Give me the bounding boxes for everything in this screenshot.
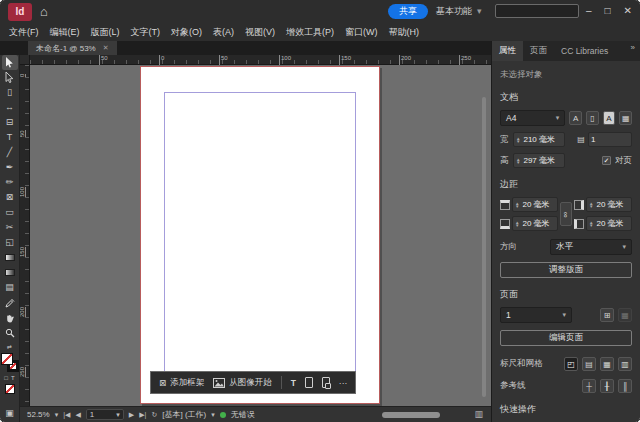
rectangle-frame-tool[interactable]: ⊠ [2, 190, 18, 205]
vertical-ruler[interactable]: 0 50 100 150 200 250 [20, 65, 30, 406]
stepper-icon[interactable]: ▲▼ [515, 202, 519, 208]
search-input[interactable] [495, 4, 579, 18]
menu-view[interactable]: 视图(V) [245, 26, 275, 39]
add-page-button[interactable]: ⊞ [600, 308, 614, 322]
menu-layout[interactable]: 版面(L) [91, 26, 120, 39]
vertical-scrollbar[interactable] [482, 97, 486, 397]
add-frame-button[interactable]: ⊠ 添加框架 [159, 377, 204, 389]
tab-cc-libraries[interactable]: CC Libraries [554, 41, 615, 61]
menu-help[interactable]: 帮助(H) [389, 26, 420, 39]
stepper-icon[interactable]: ▲▼ [516, 137, 520, 143]
frame-grid-button[interactable]: ▥ [618, 357, 632, 371]
more-options-button[interactable]: ··· [339, 378, 348, 388]
margin-outside-field[interactable]: ▲▼ 20 毫米 [586, 197, 632, 212]
horizontal-ruler[interactable]: 50 0 50 100 150 200 250 [30, 55, 491, 65]
selection-tool[interactable] [2, 55, 18, 70]
page-count-field[interactable]: 1 [588, 132, 632, 147]
menu-edit[interactable]: 编辑(E) [50, 26, 80, 39]
zoom-level[interactable]: 52.5% [27, 410, 50, 419]
edit-pages-button[interactable]: 编辑页面 [500, 330, 632, 346]
tab-close-icon[interactable]: ✕ [103, 44, 109, 52]
margin-inside-field[interactable]: ▲▼ 20 毫米 [586, 216, 632, 231]
link-margins-button[interactable]: ∞ [560, 202, 572, 226]
line-tool[interactable]: ╱ [2, 145, 18, 160]
direct-selection-tool[interactable] [2, 70, 18, 85]
new-page-icon[interactable] [305, 377, 313, 388]
rectangle-tool[interactable]: ▭ [2, 205, 18, 220]
screen-mode-button[interactable]: ▣ [5, 408, 14, 418]
menu-type[interactable]: 文字(T) [131, 26, 161, 39]
minimize-button[interactable]: – [586, 0, 592, 22]
direction-select[interactable]: 水平▾ [550, 239, 632, 255]
zoom-chevron-icon[interactable]: ▾ [55, 411, 59, 419]
start-from-image-button[interactable]: 从图像开始 [213, 377, 272, 389]
writing-direction-button[interactable]: A [603, 111, 616, 125]
maximize-button[interactable]: □ [605, 0, 611, 22]
document-grid-button[interactable]: ▦ [600, 357, 614, 371]
type-tool[interactable]: T [2, 130, 18, 145]
hand-tool[interactable] [2, 310, 18, 325]
facing-pages-checkbox[interactable]: ✓ [602, 156, 611, 165]
menu-object[interactable]: 对象(O) [171, 26, 202, 39]
last-page-button[interactable]: ▶| [139, 411, 146, 419]
width-field[interactable]: ▲▼ 210 毫米 [513, 132, 565, 147]
show-guides-button[interactable]: ┼ [582, 379, 596, 393]
page-edit-icon[interactable] [322, 377, 330, 388]
page-size-select[interactable]: A4▾ [500, 110, 565, 126]
free-transform-tool[interactable]: ◱ [2, 235, 18, 250]
margin-top-field[interactable]: ▲▼ 20 毫米 [512, 197, 558, 212]
workspace-switcher[interactable]: 基本功能▾ [436, 4, 482, 19]
stepper-icon[interactable]: ▲▼ [515, 221, 519, 227]
preflight-chevron-icon[interactable]: ▾ [211, 411, 215, 419]
ruler-corner[interactable] [20, 55, 30, 65]
menu-table[interactable]: 表(A) [213, 26, 234, 39]
apply-none-swatch[interactable] [5, 384, 15, 394]
stepper-icon[interactable]: ▲▼ [589, 202, 593, 208]
gradient-tool[interactable] [2, 250, 18, 265]
portrait-orientation-button[interactable]: A [569, 111, 582, 125]
prev-page-button[interactable]: ◀ [75, 411, 80, 419]
gradient-feather-tool[interactable] [2, 265, 18, 280]
menu-file[interactable]: 文件(F) [9, 26, 39, 39]
type-tool-button[interactable]: T [291, 378, 296, 388]
swap-fill-stroke-icon[interactable]: ⇄ [7, 343, 12, 350]
next-page-button[interactable]: ▶ [129, 411, 134, 419]
close-button[interactable]: ✕ [624, 0, 632, 22]
menu-plugins[interactable]: 增效工具(P) [286, 26, 334, 39]
gap-tool[interactable]: ↔ [2, 100, 18, 115]
lock-guides-button[interactable]: ║ [618, 379, 632, 393]
menu-window[interactable]: 窗口(W) [345, 26, 378, 39]
zoom-tool[interactable] [2, 325, 18, 340]
adjust-layout-button[interactable]: 调整版面 [500, 262, 632, 278]
fill-stroke-swatches[interactable] [1, 353, 19, 372]
stepper-icon[interactable]: ▲▼ [589, 221, 593, 227]
note-tool[interactable]: ▤ [2, 280, 18, 295]
current-page-select[interactable]: 1▾ [500, 307, 572, 323]
pencil-tool[interactable]: ✏ [2, 175, 18, 190]
preflight-profile[interactable]: [基本] (工作) [162, 409, 206, 420]
home-icon[interactable]: ⌂ [40, 3, 48, 21]
content-collector-tool[interactable]: ⊟ [2, 115, 18, 130]
first-page-button[interactable]: |◀ [63, 411, 70, 419]
eyedropper-tool[interactable] [2, 295, 18, 310]
height-field[interactable]: ▲▼ 297 毫米 [513, 153, 565, 168]
scrollbar-options-icon[interactable]: ▥ [474, 409, 483, 419]
share-button[interactable]: 共享 [388, 4, 428, 19]
landscape-orientation-button[interactable]: ▯ [586, 111, 599, 125]
fill-swatch[interactable] [1, 353, 13, 365]
canvas[interactable]: 50 0 50 100 150 200 250 0 50 100 150 200… [20, 55, 491, 406]
smart-guides-button[interactable]: ╂ [600, 379, 614, 393]
pen-tool[interactable]: ✒ [2, 160, 18, 175]
delete-page-button[interactable]: ▦ [618, 308, 632, 322]
formatting-text-icon[interactable]: T [11, 375, 15, 381]
formatting-container-icon[interactable]: □ [4, 375, 8, 381]
document-tab[interactable]: 未命名-1 @ 53% ✕ [28, 41, 117, 55]
stepper-icon[interactable]: ▲▼ [516, 158, 520, 164]
layout-grid-button[interactable]: ▦ [619, 111, 632, 125]
margin-bottom-field[interactable]: ▲▼ 20 毫米 [512, 216, 558, 231]
tab-pages[interactable]: 页面 [523, 41, 554, 61]
tab-properties[interactable]: 属性 [492, 41, 523, 61]
show-rulers-button[interactable]: ◰ [564, 357, 578, 371]
horizontal-scrollbar[interactable] [382, 412, 440, 418]
page-number-field[interactable]: 1 ▾ [86, 409, 124, 420]
